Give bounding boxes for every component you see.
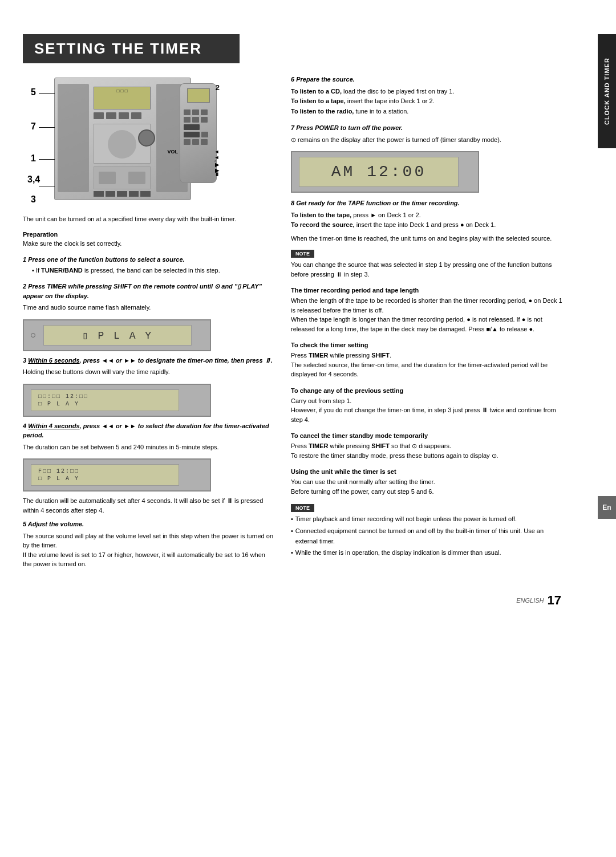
side-tab-clock-timer: CLOCK AND TIMER	[598, 34, 616, 148]
diag-label-3: 3	[31, 194, 36, 205]
step-7-title: Press POWER to turn off the power.	[296, 124, 403, 131]
btn1	[94, 112, 104, 119]
cd-disc	[108, 130, 136, 159]
section-cancel-standby-body: Press TIMER while pressing SHIFT so that…	[291, 441, 567, 460]
section-change-previous: To change any of the previous setting Ca…	[291, 387, 567, 425]
section-timer-recording-body: When the length of the tape to be record…	[291, 296, 567, 334]
section-timer-recording-heading: The timer recording period and tape leng…	[291, 287, 567, 294]
step-1-title: Press one of the function buttons to sel…	[28, 256, 184, 263]
note-1-section: NOTE You can change the source that was …	[291, 250, 567, 279]
btn3	[119, 112, 129, 119]
note-2-body: •Timer playback and timer recording will…	[291, 514, 567, 558]
display-play-screen: ▯ P L A Y	[43, 325, 192, 346]
remote-control	[180, 83, 217, 183]
note-2-label: NOTE	[291, 504, 314, 512]
button-row	[94, 112, 151, 121]
intro-text: The unit can be turned on at a specified…	[23, 214, 274, 224]
step-8-extra: When the timer-on time is reached, the u…	[291, 234, 567, 243]
display-duration-screen: F□□ 12:□□ □ P L A Y	[31, 464, 179, 486]
note-2-section: NOTE •Timer playback and timer recording…	[291, 504, 567, 558]
diag-label-1: 1	[31, 153, 36, 164]
section-change-previous-body: Carry out from step 1. However, if you d…	[291, 396, 567, 425]
step-7: 7 Press POWER to turn off the power. ⊙ r…	[291, 123, 567, 144]
bbtn2	[106, 191, 116, 197]
step-5-title: Adjust the volume.	[28, 521, 84, 527]
rbtn11	[192, 139, 199, 145]
rbtn2	[192, 109, 199, 115]
diag-label-2: 2	[216, 83, 220, 92]
rbtn1	[184, 109, 191, 115]
step-7-body: ⊙ remains on the display after the power…	[291, 135, 567, 145]
btn2	[106, 112, 116, 119]
btn4	[131, 112, 141, 119]
display-time-screen: □□:□□ 12:□□ □ P L A Y	[31, 389, 179, 411]
footer-label: ENGLISH	[516, 597, 544, 604]
section-using-while-set-heading: Using the unit while the timer is set	[291, 468, 567, 475]
display-duration-wrapper: F□□ 12:□□ □ P L A Y	[23, 458, 211, 492]
note-2-bullet-2: •Connected equipment cannot be turned on…	[291, 526, 567, 546]
remote-buttons	[180, 107, 216, 147]
note-1-label: NOTE	[291, 250, 314, 258]
step-6-title: Prepare the source.	[296, 76, 355, 83]
step-6-num: 6	[291, 76, 296, 83]
right-column: 6 Prepare the source. To listen to a CD,…	[291, 75, 567, 576]
step-2: 2 Press TIMER while pressing SHIFT on th…	[23, 282, 274, 312]
section-cancel-standby: To cancel the timer standby mode tempora…	[291, 432, 567, 460]
remote-display	[187, 88, 210, 103]
center-display: □ □ □	[94, 87, 151, 109]
step-4-extra: The duration will be automatically set a…	[23, 496, 274, 515]
bbtn4	[129, 191, 139, 197]
bbtn3	[117, 191, 127, 197]
step-6-body: To listen to a CD, load the disc to be p…	[291, 87, 567, 117]
step-1: 1 Press one of the function buttons to s…	[23, 255, 274, 275]
step-5: 5 Adjust the volume. The source sound wi…	[23, 519, 274, 569]
diag-label-arrows: ◄◄,▶▶	[214, 149, 220, 173]
speaker-left	[58, 84, 89, 192]
volume-knob	[138, 129, 155, 147]
diag-label-7: 7	[31, 121, 36, 132]
device-body: □ □ □	[54, 78, 191, 200]
section-cancel-standby-heading: To cancel the timer standby mode tempora…	[291, 432, 567, 439]
line-5	[39, 93, 55, 94]
rbtn9	[201, 132, 208, 137]
step-2-body: Time and audio source name flash alterna…	[23, 303, 274, 312]
section-check-timer-heading: To check the timer setting	[291, 342, 567, 348]
step-1-num: 1	[23, 256, 28, 263]
page-number: 17	[548, 593, 561, 608]
rbtn6	[201, 117, 208, 123]
rbtn7	[184, 124, 200, 130]
note-2-bullet-3: •While the timer is in operation, the di…	[291, 548, 567, 558]
disp3-line2: □ P L A Y	[38, 476, 172, 482]
bottom-buttons	[94, 191, 151, 198]
line-7	[39, 127, 55, 128]
step-1-bullet: If TUNER/BAND is pressed, the band can b…	[23, 266, 274, 275]
display-time-line1: □□:□□ 12:□□	[38, 393, 172, 400]
step-3-title: Within 6 seconds, press ◄◄ or ►► to desi…	[28, 357, 273, 364]
display-text-small: □ □ □	[94, 87, 150, 94]
note-2-bullet-1: •Timer playback and timer recording will…	[291, 514, 567, 525]
line-34	[39, 186, 55, 186]
step-8-title: Get ready for the TAPE function or the t…	[296, 200, 459, 206]
display-time-wrapper: □□:□□ 12:□□ □ P L A Y	[23, 384, 211, 417]
rbtn10	[184, 139, 191, 145]
preparation-heading: Preparation	[23, 231, 274, 238]
diag-label-pause: ⏸	[214, 172, 220, 177]
section-using-while-set-body: You can use the unit normally after sett…	[291, 477, 567, 496]
device-diagram: □ □ □	[23, 75, 222, 206]
page-footer: ENGLISH 17	[23, 593, 567, 608]
section-using-while-set: Using the unit while the timer is set Yo…	[291, 468, 567, 496]
step-6: 6 Prepare the source. To listen to a CD,…	[291, 75, 567, 116]
preparation-text: Make sure the clock is set correctly.	[23, 239, 274, 249]
page-title: SETTING THE TIMER	[23, 34, 240, 63]
step-4: 4 Within 4 seconds, press ◄◄ or ►► to se…	[23, 421, 274, 452]
tape-deck	[94, 166, 151, 189]
step-4-num: 4	[23, 423, 28, 429]
display-am-wrapper: AM 12:00	[291, 151, 479, 193]
display-time-line2: □ P L A Y	[38, 401, 172, 407]
step-4-title: Within 4 seconds, press ◄◄ or ►► to sele…	[23, 423, 269, 439]
display-play-wrapper: ▯ P L A Y	[23, 319, 211, 351]
tape-deck-left	[99, 172, 116, 184]
section-check-timer-body: Press TIMER while pressing SHIFT. The se…	[291, 351, 567, 379]
step-8-body: To listen to the tape, press ► on Deck 1…	[291, 210, 567, 230]
step-8: 8 Get ready for the TAPE function or the…	[291, 198, 567, 243]
